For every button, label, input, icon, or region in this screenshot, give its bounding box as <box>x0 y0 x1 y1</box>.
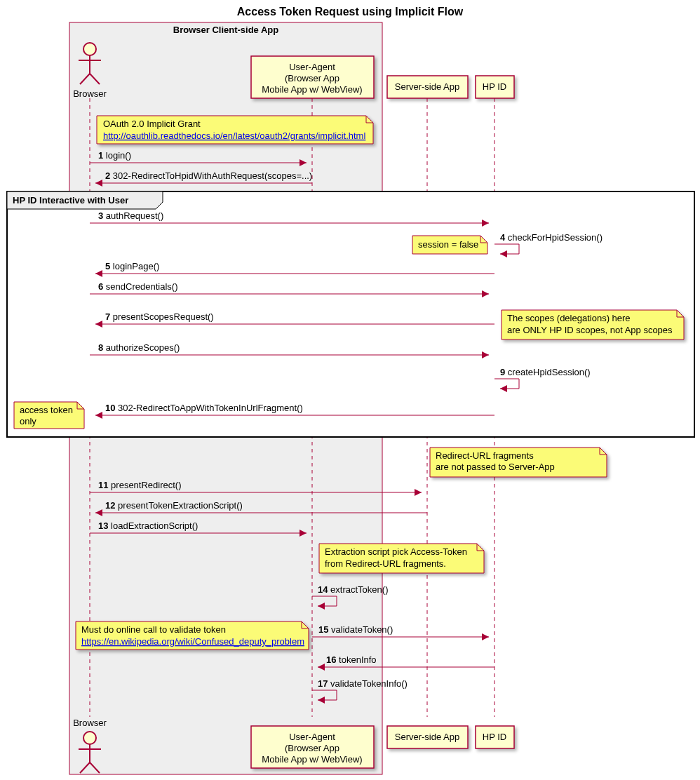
svg-text:http://oauthlib.readthedocs.io: http://oauthlib.readthedocs.io/en/latest… <box>103 130 365 141</box>
participant-hpid-bottom: HP ID <box>476 726 514 748</box>
svg-text:4 checkForHpidSession(): 4 checkForHpidSession() <box>500 232 603 243</box>
svg-text:HP ID: HP ID <box>483 81 506 92</box>
svg-text:(Browser App: (Browser App <box>285 73 339 83</box>
svg-text:https://en.wikipedia.org/wiki/: https://en.wikipedia.org/wiki/Confused_d… <box>81 636 304 647</box>
svg-text:session = false: session = false <box>418 239 478 250</box>
svg-text:3 authRequest(): 3 authRequest() <box>98 210 163 221</box>
svg-text:The scopes (delegations) here: The scopes (delegations) here <box>507 313 631 323</box>
svg-text:7 presentScopesRequest(): 7 presentScopesRequest() <box>105 311 214 322</box>
note-oauth: OAuth 2.0 Implicit Grant http://oauthlib… <box>97 116 373 144</box>
svg-text:14 extractToken(): 14 extractToken() <box>318 584 388 595</box>
svg-point-0 <box>83 43 96 55</box>
svg-text:9 createHpidSession(): 9 createHpidSession() <box>500 367 591 377</box>
participant-hpid-top: HP ID <box>476 76 514 98</box>
svg-text:12 presentTokenExtractionScrip: 12 presentTokenExtractionScript() <box>105 500 243 511</box>
svg-text:are ONLY HP ID scopes, not App: are ONLY HP ID scopes, not App scopes <box>507 325 673 335</box>
svg-text:Extraction script pick Access-: Extraction script pick Access-Token <box>325 546 467 557</box>
svg-text:Mobile App w/ WebView): Mobile App w/ WebView) <box>262 84 362 95</box>
svg-text:HP ID: HP ID <box>483 732 506 742</box>
frame-label-text: HP ID Interactive with User <box>13 195 128 206</box>
svg-text:1 login(): 1 login() <box>98 150 131 161</box>
svg-text:8 authorizeScopes(): 8 authorizeScopes() <box>98 342 180 353</box>
diagram-title: Access Token Request using Implicit Flow <box>237 6 464 18</box>
svg-text:Must do online call to validat: Must do online call to validate token <box>81 624 226 635</box>
group-label: Browser Client-side App <box>173 25 279 35</box>
link-oauth[interactable]: http://oauthlib.readthedocs.io/en/latest… <box>103 130 365 141</box>
participant-user-agent-bottom: User-Agent (Browser App Mobile App w/ We… <box>251 726 374 768</box>
participant-server-top: Server-side App <box>387 76 468 98</box>
svg-text:Server-side App: Server-side App <box>395 732 460 742</box>
svg-text:2 302-RedirectToHpidWithAuthRe: 2 302-RedirectToHpidWithAuthRequest(scop… <box>105 170 312 181</box>
svg-text:11 presentRedirect(): 11 presentRedirect() <box>98 480 182 490</box>
svg-text:are not passed to Server-App: are not passed to Server-App <box>436 462 555 472</box>
svg-text:17 validateTokenInfo(): 17 validateTokenInfo() <box>318 678 408 689</box>
note-validate: Must do online call to validate token ht… <box>76 621 309 650</box>
svg-text:16 tokenInfo: 16 tokenInfo <box>326 654 377 665</box>
note-redirect: Redirect-URL fragments are not passed to… <box>430 448 607 477</box>
svg-text:User-Agent: User-Agent <box>289 62 335 72</box>
svg-text:Redirect-URL fragments: Redirect-URL fragments <box>436 450 534 461</box>
svg-text:Browser: Browser <box>73 718 107 728</box>
note-token: access token only <box>14 402 84 429</box>
svg-text:from Redirect-URL fragments.: from Redirect-URL fragments. <box>325 558 446 569</box>
link-validate[interactable]: https://en.wikipedia.org/wiki/Confused_d… <box>81 636 304 647</box>
svg-text:access token: access token <box>20 405 73 415</box>
svg-text:User-Agent: User-Agent <box>289 732 335 742</box>
svg-text:only: only <box>20 416 36 426</box>
note-extract: Extraction script pick Access-Token from… <box>319 544 484 573</box>
actor-browser-label: Browser <box>73 88 107 99</box>
participant-user-agent-top: User-Agent (Browser App Mobile App w/ We… <box>251 56 374 98</box>
svg-text:Server-side App: Server-side App <box>395 81 460 92</box>
svg-text:OAuth 2.0 Implicit Grant: OAuth 2.0 Implicit Grant <box>103 119 201 129</box>
note-session: session = false <box>412 236 487 254</box>
participant-server-bottom: Server-side App <box>387 726 468 748</box>
note-scopes: The scopes (delegations) here are ONLY H… <box>502 310 684 339</box>
svg-text:13 loadExtractionScript(): 13 loadExtractionScript() <box>98 520 198 531</box>
svg-point-74 <box>83 732 96 744</box>
svg-text:Mobile App w/ WebView): Mobile App w/ WebView) <box>262 754 362 765</box>
svg-text:5 loginPage(): 5 loginPage() <box>105 261 159 271</box>
svg-text:6 sendCredentials(): 6 sendCredentials() <box>98 281 177 292</box>
svg-marker-66 <box>482 633 489 640</box>
svg-text:(Browser App: (Browser App <box>285 743 339 753</box>
svg-text:10 302-RedirectToAppWithTokenI: 10 302-RedirectToAppWithTokenInUrlFragme… <box>105 403 303 413</box>
svg-marker-51 <box>415 489 422 496</box>
svg-text:15 validateToken(): 15 validateToken() <box>318 624 393 635</box>
